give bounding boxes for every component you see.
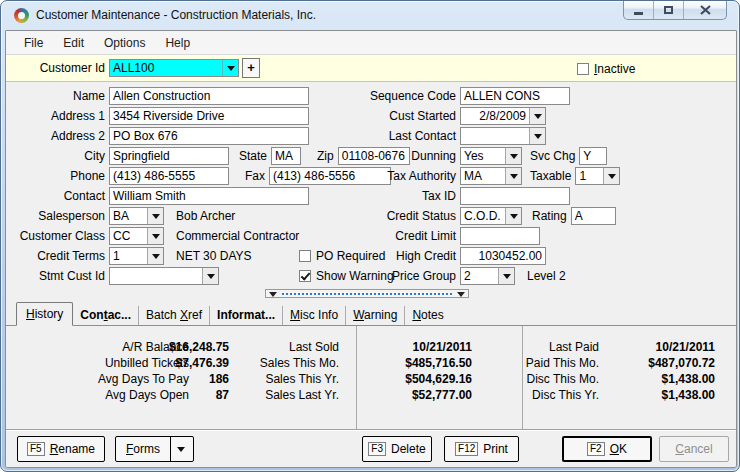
credit-terms-desc: NET 30 DAYS	[176, 249, 252, 263]
minimize-button[interactable]	[624, 1, 654, 19]
chevron-down-icon[interactable]	[222, 60, 238, 76]
customer-class-combo[interactable]: CC	[109, 227, 164, 245]
menu-help[interactable]: Help	[155, 33, 200, 53]
inactive-label: Inactive	[594, 62, 635, 76]
chevron-down-icon[interactable]	[202, 268, 218, 284]
app-window: Customer Maintenance - Construction Mate…	[0, 0, 740, 472]
last-contact-label: Last Contact	[368, 129, 456, 143]
state-input[interactable]	[271, 147, 301, 165]
name-label: Name	[6, 89, 105, 103]
row-city-state-zip: City State Zip	[6, 147, 410, 165]
chevron-down-icon[interactable]	[498, 268, 514, 284]
dunning-combo[interactable]: Yes	[460, 147, 522, 165]
chevron-down-icon[interactable]	[505, 208, 521, 224]
chevron-down-icon[interactable]	[147, 228, 163, 244]
menu-edit[interactable]: Edit	[53, 33, 94, 53]
credit-terms-combo[interactable]: 1	[109, 247, 164, 265]
last-contact-combo[interactable]	[460, 127, 546, 145]
inactive-checkbox[interactable]	[577, 63, 589, 75]
dunning-value: Yes	[461, 148, 505, 164]
print-button[interactable]: F12 Print	[444, 436, 519, 462]
chevron-down-icon[interactable]	[505, 168, 521, 184]
customer-class-label: Customer Class	[6, 229, 105, 243]
restore-icon	[664, 6, 673, 14]
balance-values: $16,248.75 $7,476.39 186 87	[109, 339, 229, 403]
forms-button[interactable]: Forms	[116, 437, 170, 461]
sales-values: 10/21/2011 $485,716.50 $504,629.16 $52,7…	[352, 339, 472, 403]
row-cust-started: Cust Started 2/8/2009	[368, 107, 546, 125]
cancel-button[interactable]: Cancel	[659, 436, 729, 462]
po-required-checkbox[interactable]	[299, 250, 311, 262]
window-title: Customer Maintenance - Construction Mate…	[36, 8, 316, 22]
forms-dropdown-button[interactable]	[170, 437, 190, 461]
cust-started-combo[interactable]: 2/8/2009	[460, 107, 546, 125]
credit-limit-input[interactable]	[460, 227, 540, 245]
customer-id-combo[interactable]: ALL100	[109, 59, 239, 77]
row-salesperson: Salesperson BA Bob Archer	[6, 207, 235, 225]
menu-file[interactable]: File	[14, 33, 53, 53]
row-tax-authority: Tax Authority MA Taxable 1	[368, 167, 620, 185]
price-group-value: 2	[461, 268, 498, 284]
address2-label: Address 2	[6, 129, 105, 143]
ok-button[interactable]: F2 OK	[562, 436, 652, 462]
address1-input[interactable]	[109, 107, 309, 125]
chevron-down-icon[interactable]	[529, 108, 545, 124]
rating-input[interactable]	[571, 207, 616, 225]
tax-authority-value: MA	[461, 168, 505, 184]
delete-label: Delete	[391, 442, 426, 456]
f3-key-badge: F3	[368, 442, 386, 456]
high-credit-input[interactable]	[460, 247, 546, 265]
last-contact-value	[461, 128, 529, 144]
tab-information[interactable]: Informat...	[210, 306, 283, 325]
forms-button-group: Forms	[115, 436, 194, 462]
tab-contacts[interactable]: Contac...	[73, 306, 139, 325]
tab-history[interactable]: History	[16, 302, 73, 326]
title-bar[interactable]: Customer Maintenance - Construction Mate…	[1, 1, 739, 30]
rating-label: Rating	[532, 209, 567, 223]
menu-options[interactable]: Options	[94, 33, 155, 53]
tab-notes[interactable]: Notes	[405, 306, 450, 325]
tab-misc-info[interactable]: Misc Info	[283, 306, 346, 325]
credit-status-combo[interactable]: C.O.D.	[460, 207, 522, 225]
collapse-splitter[interactable]	[265, 289, 469, 298]
salesperson-label: Salesperson	[6, 209, 105, 223]
close-button[interactable]	[684, 1, 726, 19]
chevron-down-icon[interactable]	[147, 248, 163, 264]
chevron-down-icon[interactable]	[603, 168, 619, 184]
tab-batch-xref[interactable]: Batch Xref	[139, 306, 210, 325]
credit-status-label: Credit Status	[368, 209, 456, 223]
price-group-label: Price Group	[368, 269, 456, 283]
city-input[interactable]	[109, 147, 229, 165]
chevron-down-icon[interactable]	[505, 148, 521, 164]
show-warning-checkbox[interactable]	[299, 270, 311, 282]
tab-warning[interactable]: Warning	[346, 306, 405, 325]
rename-button[interactable]: F5 Rename	[17, 436, 105, 462]
restore-button[interactable]	[654, 1, 684, 19]
client-area: File Edit Options Help Customer Id ALL10…	[5, 30, 737, 468]
phone-input[interactable]	[109, 167, 229, 185]
tax-id-label: Tax ID	[368, 189, 456, 203]
contact-input[interactable]	[109, 187, 309, 205]
name-input[interactable]	[109, 87, 309, 105]
taxable-combo[interactable]: 1	[575, 167, 620, 185]
delete-button[interactable]: F3 Delete	[362, 436, 432, 462]
row-phone-fax: Phone Fax	[6, 167, 391, 185]
credit-limit-label: Credit Limit	[368, 229, 456, 243]
row-dunning: Dunning Yes Svc Chg	[368, 147, 607, 165]
price-group-combo[interactable]: 2	[460, 267, 515, 285]
minimize-icon	[634, 12, 643, 15]
svc-chg-label: Svc Chg	[530, 149, 575, 163]
row-credit-status: Credit Status C.O.D. Rating	[368, 207, 616, 225]
add-customer-button[interactable]: +	[242, 58, 260, 78]
tax-authority-combo[interactable]: MA	[460, 167, 522, 185]
stmt-cust-id-combo[interactable]	[109, 267, 219, 285]
svc-chg-input[interactable]	[579, 147, 607, 165]
salesperson-combo[interactable]: BA	[109, 207, 164, 225]
tax-id-input[interactable]	[460, 187, 570, 205]
row-sequence-code: Sequence Code	[368, 87, 570, 105]
address2-input[interactable]	[109, 127, 309, 145]
sequence-code-input[interactable]	[460, 87, 570, 105]
chevron-down-icon[interactable]	[147, 208, 163, 224]
taxable-label: Taxable	[530, 169, 571, 183]
chevron-down-icon[interactable]	[529, 128, 545, 144]
